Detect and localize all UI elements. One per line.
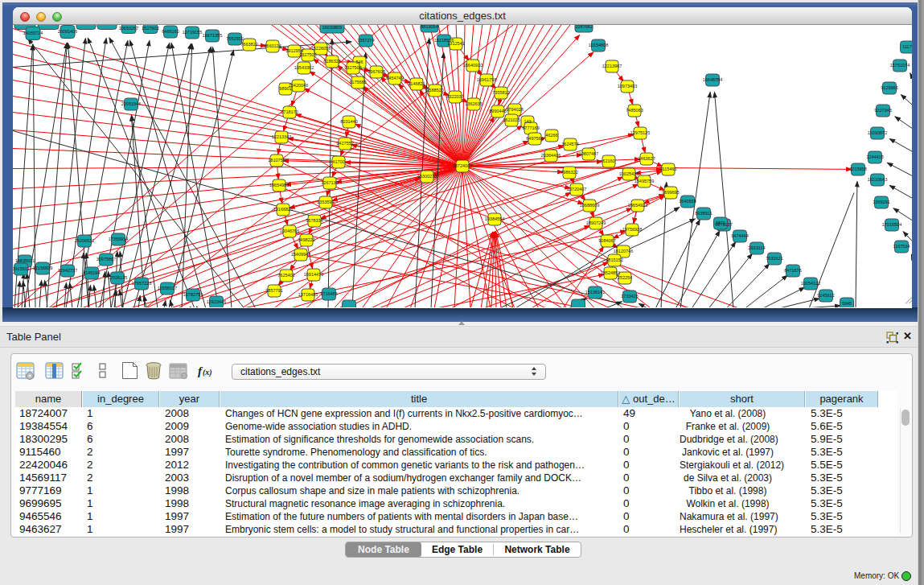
- svg-text:9115460: 9115460: [659, 167, 676, 171]
- svg-text:2718170: 2718170: [281, 109, 298, 114]
- svg-text:16961758: 16961758: [477, 77, 496, 82]
- svg-text:9794028: 9794028: [506, 107, 523, 112]
- svg-text:10807487: 10807487: [579, 151, 598, 156]
- svg-text:17016504: 17016504: [882, 222, 901, 227]
- svg-text:8660124: 8660124: [264, 43, 281, 48]
- svg-text:12975125: 12975125: [630, 130, 650, 135]
- svg-text:1640954: 1640954: [679, 199, 696, 204]
- svg-text:5578334: 5578334: [306, 218, 322, 223]
- svg-text:2967608: 2967608: [368, 69, 384, 74]
- svg-text:546: 546: [355, 60, 363, 64]
- svg-text:16640910: 16640910: [463, 63, 483, 68]
- svg-text:9699695: 9699695: [662, 190, 679, 195]
- svg-text:5716485: 5716485: [320, 291, 337, 296]
- svg-text:7485063: 7485063: [626, 108, 643, 113]
- svg-text:1463627: 1463627: [638, 156, 655, 161]
- svg-text:19654923: 19654923: [628, 203, 647, 208]
- svg-text:9084067: 9084067: [598, 238, 615, 243]
- svg-text:15136141: 15136141: [585, 290, 605, 295]
- svg-text:15300273: 15300273: [417, 174, 437, 179]
- svg-text:19166825: 19166825: [273, 207, 293, 212]
- svg-text:7663822: 7663822: [240, 42, 257, 47]
- svg-text:1733426: 1733426: [621, 294, 638, 299]
- svg-text:7551552: 7551552: [226, 36, 243, 41]
- svg-text:6871: 6871: [716, 220, 725, 225]
- svg-text:20091406: 20091406: [58, 29, 77, 34]
- svg-text:16210643: 16210643: [868, 177, 887, 182]
- svg-text:9427552: 9427552: [336, 141, 353, 146]
- svg-text:10688609: 10688609: [580, 203, 599, 208]
- svg-text:13716485: 13716485: [298, 292, 318, 297]
- svg-text:26206531: 26206531: [75, 238, 94, 243]
- svg-text:9245612: 9245612: [817, 293, 834, 298]
- svg-text:7986322: 7986322: [561, 170, 577, 175]
- svg-text:9777169: 9777169: [522, 126, 539, 130]
- svg-text:16120746: 16120746: [614, 249, 633, 253]
- svg-text:8990443: 8990443: [489, 109, 506, 113]
- svg-text:15751074: 15751074: [890, 63, 910, 68]
- svg-text:19384554: 19384554: [485, 216, 504, 221]
- svg-text:3915911: 3915911: [13, 266, 30, 271]
- svg-text:14835001: 14835001: [15, 258, 35, 263]
- svg-text:1312541: 1312541: [447, 41, 464, 46]
- svg-text:7357274: 7357274: [357, 38, 374, 43]
- svg-text:10025438: 10025438: [619, 171, 639, 176]
- svg-text:9146821: 9146821: [408, 81, 425, 86]
- svg-text:9327506: 9327506: [344, 65, 361, 70]
- svg-text:7632621: 7632621: [766, 256, 782, 261]
- svg-text:10543362: 10543362: [294, 65, 314, 70]
- svg-text:9857791: 9857791: [265, 288, 282, 293]
- svg-text:12093872: 12093872: [868, 130, 887, 135]
- svg-text:10653267: 10653267: [119, 26, 138, 31]
- svg-text:12213967: 12213967: [602, 64, 622, 68]
- svg-text:17957223: 17957223: [132, 281, 151, 286]
- svg-text:16914479: 16914479: [304, 272, 323, 277]
- svg-text:8471676: 8471676: [784, 268, 801, 273]
- svg-text:17359934: 17359934: [109, 237, 128, 241]
- svg-text:9345: 9345: [842, 301, 852, 306]
- svg-text:3267130: 3267130: [321, 180, 338, 185]
- svg-text:6497566: 6497566: [526, 136, 543, 141]
- svg-text:1527602: 1527602: [142, 26, 158, 31]
- svg-text:3215958: 3215958: [849, 167, 866, 171]
- svg-text:2087682: 2087682: [575, 25, 592, 29]
- svg-text:1362635: 1362635: [465, 101, 482, 106]
- svg-text:3624574: 3624574: [561, 142, 578, 146]
- svg-text:1369291: 1369291: [873, 200, 889, 204]
- svg-text:1244415: 1244415: [866, 154, 883, 159]
- svg-text:1167534: 1167534: [893, 244, 910, 249]
- svg-text:1621025: 1621025: [503, 117, 519, 122]
- svg-text:18724007: 18724007: [453, 163, 472, 168]
- svg-text:8322037: 8322037: [446, 94, 463, 99]
- svg-text:1810755: 1810755: [268, 158, 285, 163]
- svg-text:18907249: 18907249: [586, 220, 606, 225]
- svg-text:10719155: 10719155: [183, 30, 202, 35]
- svg-text:252254: 252254: [618, 275, 632, 280]
- svg-text:143: 143: [524, 119, 531, 124]
- svg-text:9327505: 9327505: [299, 52, 316, 57]
- svg-text:1145194: 1145194: [83, 270, 100, 275]
- svg-text:14055724: 14055724: [23, 31, 43, 35]
- svg-text:12923446: 12923446: [207, 299, 226, 304]
- svg-text:12942737: 12942737: [58, 268, 77, 273]
- svg-text:41700: 41700: [332, 159, 344, 164]
- svg-text:20053346: 20053346: [121, 101, 141, 106]
- svg-text:16671355: 16671355: [203, 33, 222, 38]
- svg-text:1588520: 1588520: [426, 88, 443, 93]
- svg-text:1353594: 1353594: [317, 200, 334, 204]
- svg-text:3498222: 3498222: [298, 237, 314, 242]
- svg-text:8031440: 8031440: [340, 119, 357, 124]
- svg-text:9129966: 9129966: [881, 85, 897, 90]
- svg-text:13720407: 13720407: [567, 187, 586, 192]
- svg-text:20364436: 20364436: [541, 153, 561, 158]
- svg-text:15226058: 15226058: [311, 46, 331, 51]
- svg-text:10154808: 10154808: [589, 43, 608, 47]
- svg-text:(x): (x): [203, 368, 212, 377]
- svg-text:8454749: 8454749: [386, 76, 403, 80]
- svg-text:7625402: 7625402: [277, 273, 294, 278]
- svg-text:12505135: 12505135: [108, 275, 127, 280]
- svg-text:30975867: 30975867: [97, 257, 116, 262]
- svg-text:8186323: 8186323: [323, 59, 340, 64]
- svg-text:16033809: 16033809: [322, 25, 342, 30]
- svg-text:62160: 62160: [602, 159, 614, 163]
